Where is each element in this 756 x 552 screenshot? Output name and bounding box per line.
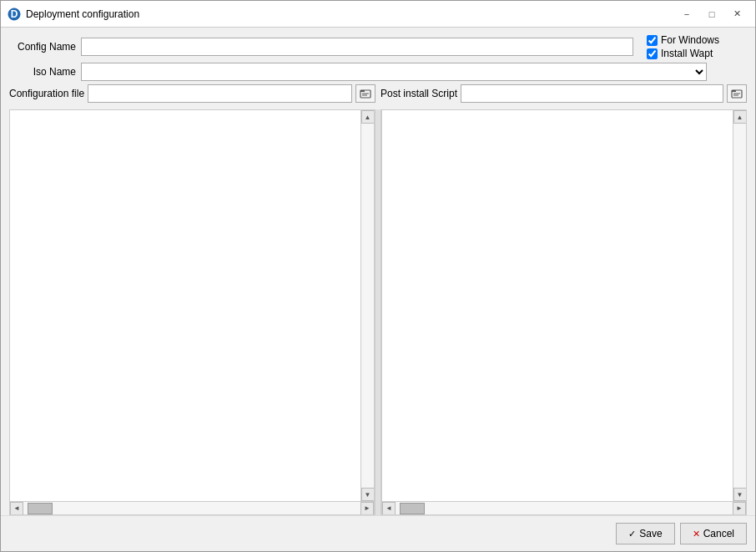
right-scroll-left-btn[interactable]: ◄ [382, 502, 396, 515]
post-install-browse-button[interactable] [727, 84, 747, 103]
config-file-input[interactable] [88, 84, 352, 103]
cancel-label: Cancel [703, 528, 734, 539]
right-scroll-up-btn[interactable]: ▲ [733, 110, 747, 124]
left-vscroll[interactable]: ▲ ▼ [360, 110, 374, 501]
left-vscroll-track [361, 124, 374, 488]
maximize-button[interactable]: □ [700, 6, 723, 23]
iso-name-select[interactable] [81, 63, 707, 81]
right-editor-panel: ▲ ▼ ◄ ► [381, 109, 747, 515]
cancel-button[interactable]: ✕ Cancel [680, 523, 747, 544]
bottom-bar: ✓ Save ✕ Cancel [1, 515, 755, 551]
for-windows-label: For Windows [661, 34, 719, 46]
right-hscroll-track [396, 502, 733, 514]
left-hscroll[interactable]: ◄ ► [10, 501, 374, 514]
left-scroll-right-btn[interactable]: ► [360, 502, 374, 515]
title-bar: D Deployment configuration − □ ✕ [1, 1, 755, 28]
config-file-browse-button[interactable] [355, 84, 375, 103]
left-hscroll-track [23, 502, 360, 514]
window-controls: − □ ✕ [675, 6, 748, 23]
left-scroll-left-btn[interactable]: ◄ [10, 502, 23, 515]
right-scroll-right-btn[interactable]: ► [733, 502, 746, 515]
dialog-icon: D [8, 8, 21, 21]
panel-separator[interactable] [375, 109, 381, 515]
right-hscroll[interactable]: ◄ ► [382, 501, 746, 514]
config-name-input[interactable] [81, 38, 633, 56]
iso-name-label: Iso Name [9, 66, 76, 78]
left-scroll-up-btn[interactable]: ▲ [361, 110, 375, 124]
minimize-button[interactable]: − [675, 6, 698, 23]
dialog-title: Deployment configuration [26, 8, 675, 20]
right-hscroll-thumb [400, 503, 425, 514]
right-vscroll-track [733, 124, 746, 488]
install-wapt-label: Install Wapt [661, 48, 713, 59]
form-area: Config Name For Windows Install Wapt Iso… [1, 28, 755, 109]
right-vscroll[interactable]: ▲ ▼ [733, 110, 746, 501]
save-button[interactable]: ✓ Save [616, 523, 674, 544]
post-install-input[interactable] [461, 84, 723, 103]
save-icon: ✓ [628, 529, 636, 539]
for-windows-checkbox-row: For Windows [647, 34, 747, 46]
right-editor-textarea[interactable] [382, 110, 733, 501]
save-label: Save [639, 528, 662, 539]
dialog-deployment-configuration: D Deployment configuration − □ ✕ Config … [0, 0, 756, 552]
content-area: ▲ ▼ ◄ ► ▲ ▼ [1, 109, 755, 515]
left-editor-textarea[interactable] [10, 110, 360, 501]
right-scroll-down-btn[interactable]: ▼ [733, 488, 747, 501]
close-button[interactable]: ✕ [725, 6, 748, 23]
left-hscroll-thumb [28, 503, 53, 514]
svg-text:D: D [11, 8, 18, 20]
install-wapt-checkbox-row: Install Wapt [647, 48, 747, 59]
config-name-label: Config Name [9, 41, 76, 53]
left-editor-panel: ▲ ▼ ◄ ► [9, 109, 375, 515]
left-scroll-down-btn[interactable]: ▼ [361, 488, 375, 501]
svg-rect-7 [732, 90, 736, 92]
svg-rect-3 [360, 90, 365, 92]
post-install-label: Post install Script [381, 88, 457, 99]
config-file-label: Configuration file [9, 88, 84, 99]
browse-icon [360, 88, 371, 99]
install-wapt-checkbox[interactable] [647, 48, 658, 59]
cancel-icon: ✕ [693, 529, 700, 539]
post-browse-icon [731, 88, 743, 99]
for-windows-checkbox[interactable] [647, 35, 658, 46]
